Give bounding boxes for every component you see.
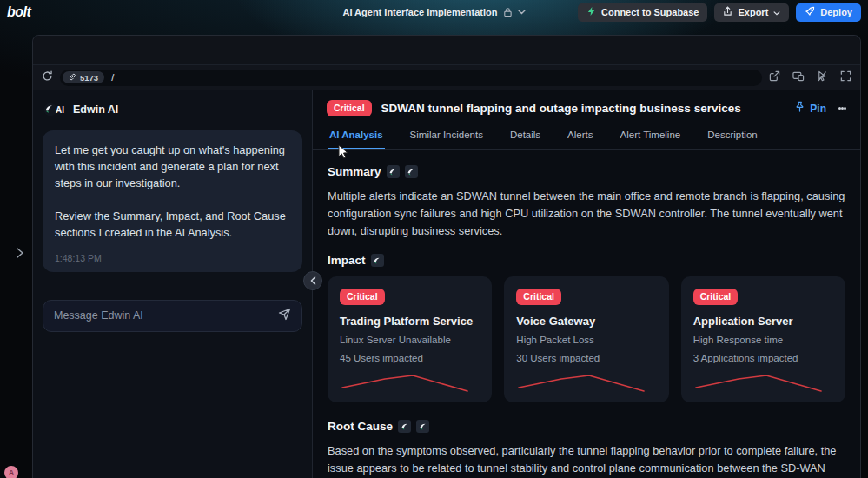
toolbar-right-icons xyxy=(769,70,851,84)
severity-badge: Critical xyxy=(693,289,739,305)
tab-description[interactable]: Description xyxy=(706,124,759,149)
impact-card-subtitle: Linux Server Unavailable xyxy=(340,335,480,345)
export-label: Export xyxy=(738,7,768,17)
device-preview-button[interactable] xyxy=(792,70,805,84)
impact-card-count: 3 Applications impacted xyxy=(693,353,833,363)
open-external-button[interactable] xyxy=(769,70,780,84)
chevron-right-icon xyxy=(16,249,24,262)
pin-button[interactable]: Pin xyxy=(794,101,826,116)
avatar[interactable]: A xyxy=(4,466,18,478)
chat-panel: AI Edwin AI Let me get you caught up on … xyxy=(33,90,313,478)
root-cause-heading: Root Cause xyxy=(328,420,845,433)
deploy-label: Deploy xyxy=(820,7,852,17)
port-badge[interactable]: 5173 xyxy=(63,71,104,83)
pin-icon xyxy=(794,101,805,116)
sparkline-chart xyxy=(340,371,472,394)
chat-message-text: Let me get you caught up on what's happe… xyxy=(55,142,290,192)
sparkline-chart xyxy=(516,371,648,394)
tab-details[interactable]: Details xyxy=(508,124,542,149)
topbar: bolt AI Agent Interface Implementation C… xyxy=(0,0,868,24)
incident-title: SDWAN tunnel flapping and outage impacti… xyxy=(381,102,741,115)
chevron-left-icon xyxy=(310,275,316,288)
topbar-actions: Connect to Supabase Export Deploy xyxy=(578,3,861,22)
impact-heading: Impact xyxy=(328,254,845,267)
mini-doc-icon xyxy=(371,254,384,267)
connect-supabase-button[interactable]: Connect to Supabase xyxy=(578,3,707,22)
deploy-button[interactable]: Deploy xyxy=(796,3,861,22)
impact-card-count: 45 Users impacted xyxy=(340,353,480,363)
bolt-logo: bolt xyxy=(7,4,30,20)
severity-badge: Critical xyxy=(327,100,372,116)
preview-content: AI Edwin AI Let me get you caught up on … xyxy=(33,90,860,478)
collapse-chat-button[interactable] xyxy=(303,271,322,290)
pin-label: Pin xyxy=(810,103,826,115)
impact-card-count: 30 Users impacted xyxy=(516,353,656,363)
impact-card[interactable]: Critical Application Server High Respons… xyxy=(681,276,845,402)
incident-header: Critical SDWAN tunnel flapping and outag… xyxy=(313,90,860,124)
tab-alert-timeline[interactable]: Alert Timeline xyxy=(619,124,683,149)
fullscreen-button[interactable] xyxy=(840,70,851,84)
agent-name: Edwin AI xyxy=(73,103,118,116)
fullscreen-icon xyxy=(840,70,851,84)
edwin-logo-icon: AI xyxy=(43,102,64,117)
reload-icon xyxy=(42,70,53,84)
incident-header-actions: Pin xyxy=(794,101,846,116)
impact-card-title: Trading Platform Service xyxy=(340,315,480,328)
tab-ai-analysis[interactable]: AI Analysis xyxy=(328,124,385,149)
expand-panel-button[interactable] xyxy=(16,247,24,262)
port-number: 5173 xyxy=(80,73,98,83)
ai-analysis-content: Summary Multiple alerts indicate an SDWA… xyxy=(313,150,860,478)
preview-window-head xyxy=(33,36,860,64)
chat-message-text: Review the Summary, Impact, and Root Cau… xyxy=(55,208,290,241)
impact-card-title: Voice Gateway xyxy=(516,315,656,328)
mini-doc-icon xyxy=(416,420,429,433)
tab-alerts[interactable]: Alerts xyxy=(566,124,594,149)
chat-timestamp: 1:48:13 PM xyxy=(55,253,290,263)
edwin-brand-text: AI xyxy=(56,105,64,115)
send-button[interactable] xyxy=(278,308,291,323)
url-bar[interactable]: 5173 / xyxy=(60,70,762,86)
left-strip: A xyxy=(0,24,32,478)
mini-doc-icon xyxy=(387,165,400,178)
project-title: AI Agent Interface Implementation xyxy=(342,7,497,17)
incident-panel: Critical SDWAN tunnel flapping and outag… xyxy=(313,90,860,478)
summary-heading: Summary xyxy=(328,165,845,178)
external-link-icon xyxy=(769,70,780,84)
preview-window: 5173 / xyxy=(32,35,861,478)
devices-icon xyxy=(792,70,805,84)
chat-input[interactable] xyxy=(54,309,271,322)
browser-toolbar: 5173 / xyxy=(33,64,860,90)
chevron-down-icon xyxy=(518,10,526,15)
inspector-toggle-button[interactable] xyxy=(817,70,828,84)
root-cause-text: Based on the symptoms observed, particul… xyxy=(328,442,845,478)
mini-doc-icon xyxy=(405,165,418,178)
sparkline-chart xyxy=(693,371,825,394)
impact-cards: Critical Trading Platform Service Linux … xyxy=(328,276,845,402)
mini-doc-icon xyxy=(398,420,411,433)
url-path: / xyxy=(111,72,114,83)
lock-icon xyxy=(503,7,513,17)
supabase-bolt-icon xyxy=(586,6,596,18)
impact-card[interactable]: Critical Voice Gateway High Packet Loss … xyxy=(504,276,668,402)
chat-header: AI Edwin AI xyxy=(43,99,302,120)
project-title-menu[interactable]: AI Agent Interface Implementation xyxy=(342,7,525,17)
summary-text: Multiple alerts indicate an SDWAN tunnel… xyxy=(328,188,845,239)
reload-button[interactable] xyxy=(42,70,53,84)
chat-message: Let me get you caught up on what's happe… xyxy=(43,130,302,272)
link-icon xyxy=(69,73,76,83)
severity-badge: Critical xyxy=(516,289,561,305)
export-icon xyxy=(723,6,732,18)
send-icon xyxy=(278,308,291,323)
connect-supabase-label: Connect to Supabase xyxy=(601,7,699,17)
cursor-disabled-icon xyxy=(817,70,828,84)
export-button[interactable]: Export xyxy=(714,3,789,22)
impact-card-title: Application Server xyxy=(693,315,833,328)
incident-tabs: AI Analysis Similar Incidents Details Al… xyxy=(313,124,860,150)
severity-badge: Critical xyxy=(340,289,385,305)
more-options-button[interactable] xyxy=(838,105,846,111)
impact-card[interactable]: Critical Trading Platform Service Linux … xyxy=(328,276,492,402)
deploy-rocket-icon xyxy=(805,6,815,18)
chevron-down-icon xyxy=(773,7,780,17)
tab-similar-incidents[interactable]: Similar Incidents xyxy=(408,124,485,149)
chat-input-container xyxy=(43,300,302,332)
